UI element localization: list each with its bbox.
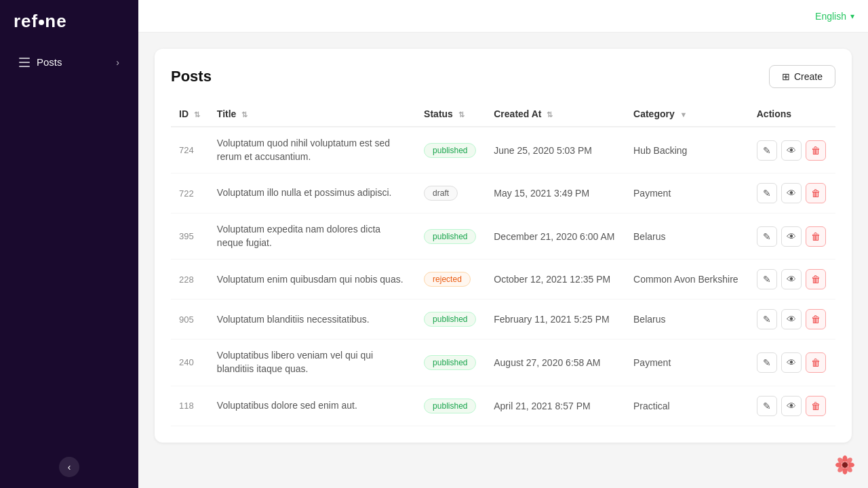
view-button[interactable]: 👁 (781, 352, 802, 373)
cell-id: 118 (171, 386, 209, 426)
table-row: 240 Voluptatibus libero veniam vel qui q… (171, 340, 835, 386)
cell-created-at: August 27, 2020 6:58 AM (486, 340, 625, 386)
col-created-at-label: Created At (494, 108, 541, 119)
page-card: Posts ⊞ Create ID ⇅ Title ⇅ (155, 49, 852, 443)
cell-created-at: October 12, 2021 12:35 PM (486, 260, 625, 300)
top-bar: English ▾ (138, 0, 868, 33)
create-button[interactable]: ⊞ Create (769, 65, 835, 88)
table-row: 395 Voluptatum expedita nam dolores dict… (171, 214, 835, 260)
cell-id: 905 (171, 300, 209, 340)
cell-id: 724 (171, 127, 209, 174)
table-row: 118 Voluptatibus dolore sed enim aut. pu… (171, 386, 835, 426)
col-title-label: Title (217, 108, 237, 119)
flower-icon[interactable] (833, 453, 857, 477)
table-row: 722 Voluptatum illo nulla et possimus ad… (171, 174, 835, 214)
create-icon: ⊞ (782, 71, 790, 82)
language-selector[interactable]: English ▾ (815, 11, 854, 22)
cell-title: Voluptatibus dolore sed enim aut. (209, 386, 416, 426)
table-body: 724 Voluptatum quod nihil voluptatum est… (171, 127, 835, 426)
sidebar-item-label: Posts (37, 56, 62, 68)
col-actions-label: Actions (757, 108, 791, 119)
view-button[interactable]: 👁 (781, 396, 802, 416)
cell-created-at: December 21, 2020 6:00 AM (486, 214, 625, 260)
cell-id: 395 (171, 214, 209, 260)
sidebar-chevron-icon: › (116, 57, 119, 68)
cell-category: Practical (625, 386, 749, 426)
delete-button[interactable]: 🗑 (806, 226, 826, 247)
col-status-sort-icon: ⇅ (458, 110, 465, 119)
sidebar-item-posts[interactable]: Posts › (5, 49, 133, 75)
status-badge: published (424, 312, 476, 327)
cell-actions: ✎ 👁 🗑 (749, 127, 835, 174)
status-badge: rejected (424, 272, 471, 287)
cell-category: Common Avon Berkshire (625, 260, 749, 300)
status-badge: published (424, 229, 476, 244)
view-button[interactable]: 👁 (781, 226, 802, 247)
col-id[interactable]: ID ⇅ (171, 102, 209, 127)
edit-button[interactable]: ✎ (757, 183, 777, 203)
sidebar: refne Posts › ‹ (0, 0, 138, 488)
view-button[interactable]: 👁 (781, 140, 802, 161)
col-status[interactable]: Status ⇅ (416, 102, 486, 127)
cell-category: Belarus (625, 214, 749, 260)
page-title: Posts (171, 68, 212, 85)
cell-title: Voluptatum blanditiis necessitatibus. (209, 300, 416, 340)
cell-id: 228 (171, 260, 209, 300)
sidebar-nav: Posts › (0, 43, 138, 446)
cell-actions: ✎ 👁 🗑 (749, 386, 835, 426)
col-category[interactable]: Category ▼ (625, 102, 749, 127)
delete-button[interactable]: 🗑 (806, 309, 826, 329)
cell-title: Voluptatibus libero veniam vel qui qui b… (209, 340, 416, 386)
cell-actions: ✎ 👁 🗑 (749, 340, 835, 386)
edit-button[interactable]: ✎ (757, 269, 777, 289)
svg-point-9 (842, 462, 848, 468)
col-created-at-sort-icon: ⇅ (547, 110, 553, 119)
cell-category: Belarus (625, 300, 749, 340)
actions-group: ✎ 👁 🗑 (757, 226, 827, 247)
sidebar-collapse-button[interactable]: ‹ (59, 457, 79, 477)
cell-status: published (416, 300, 486, 340)
cell-id: 240 (171, 340, 209, 386)
delete-button[interactable]: 🗑 (806, 352, 826, 373)
delete-button[interactable]: 🗑 (806, 140, 826, 161)
edit-button[interactable]: ✎ (757, 396, 777, 416)
col-title-sort-icon: ⇅ (241, 110, 248, 119)
delete-button[interactable]: 🗑 (806, 269, 826, 289)
language-label: English (815, 11, 846, 22)
view-button[interactable]: 👁 (781, 269, 802, 289)
logo: refne (0, 0, 138, 43)
col-status-label: Status (424, 108, 453, 119)
edit-button[interactable]: ✎ (757, 140, 777, 161)
page-header: Posts ⊞ Create (171, 65, 835, 88)
edit-button[interactable]: ✎ (757, 352, 777, 373)
delete-button[interactable]: 🗑 (806, 396, 826, 416)
cell-actions: ✎ 👁 🗑 (749, 214, 835, 260)
actions-group: ✎ 👁 🗑 (757, 183, 827, 203)
cell-category: Payment (625, 340, 749, 386)
cell-actions: ✎ 👁 🗑 (749, 300, 835, 340)
create-button-label: Create (794, 71, 823, 82)
col-title[interactable]: Title ⇅ (209, 102, 416, 127)
view-button[interactable]: 👁 (781, 309, 802, 329)
cell-status: draft (416, 174, 486, 214)
col-id-label: ID (179, 108, 189, 119)
cell-created-at: April 21, 2021 8:57 PM (486, 386, 625, 426)
view-button[interactable]: 👁 (781, 183, 802, 203)
col-id-sort-icon: ⇅ (194, 110, 200, 119)
sidebar-bottom: ‹ (0, 446, 138, 488)
content-area: Posts ⊞ Create ID ⇅ Title ⇅ (138, 33, 868, 488)
cell-category: Payment (625, 174, 749, 214)
edit-button[interactable]: ✎ (757, 309, 777, 329)
cell-status: rejected (416, 260, 486, 300)
logo-text: refne (14, 11, 67, 32)
actions-group: ✎ 👁 🗑 (757, 140, 827, 161)
col-created-at[interactable]: Created At ⇅ (486, 102, 625, 127)
actions-group: ✎ 👁 🗑 (757, 269, 827, 289)
cell-status: published (416, 386, 486, 426)
posts-table: ID ⇅ Title ⇅ Status ⇅ Created At (171, 102, 835, 426)
cell-actions: ✎ 👁 🗑 (749, 174, 835, 214)
delete-button[interactable]: 🗑 (806, 183, 826, 203)
edit-button[interactable]: ✎ (757, 226, 777, 247)
main-content: English ▾ Posts ⊞ Create ID ⇅ (138, 0, 868, 488)
posts-icon (19, 58, 30, 67)
